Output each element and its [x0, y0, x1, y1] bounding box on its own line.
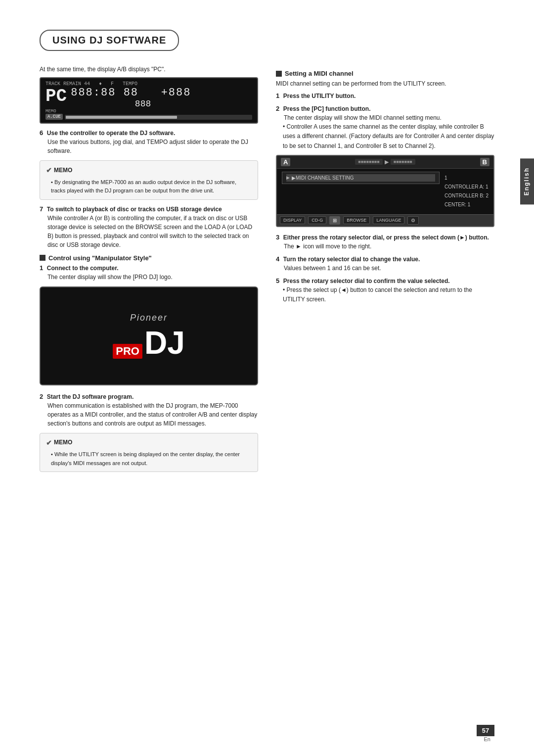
step-6-num: 6	[40, 129, 43, 137]
right-step-5-bold: Press the rotary selector dial to confir…	[283, 278, 450, 284]
section-midi: Setting a MIDI channel	[276, 70, 494, 77]
midi-tab-pc: ⊞	[329, 216, 340, 225]
midi-label-b: B	[480, 158, 490, 166]
time-labels: 44 ♦ F TEMPO	[84, 81, 137, 87]
midi-channel-item-setting: ▶ ▶MIDI CHANNEL SETTING	[286, 174, 435, 182]
step-6-bold: Use the controller to operate the DJ sof…	[47, 130, 175, 137]
midi-controller-a: CONTROLLER A: 1	[445, 183, 489, 191]
right-step-1-bold: Press the UTILITY button.	[283, 93, 356, 99]
step-1-connect-num: 1	[40, 264, 43, 272]
right-step-4-num: 4	[276, 255, 279, 263]
pioneer-display: Pioneer PRO DJ	[40, 286, 258, 385]
pioneer-logo: Pioneer	[130, 313, 168, 323]
right-step-5: 5 Press the rotary selector dial to conf…	[276, 277, 494, 304]
memo-box-2: ✔ MEMO While the UTILITY screen is being…	[40, 433, 258, 472]
memo-text: MEMO	[45, 109, 56, 114]
step-7-bold: To switch to playback of disc or tracks …	[47, 206, 222, 213]
acue-label: A.CUE	[45, 114, 63, 120]
midi-controller-b: CONTROLLER B: 2	[445, 191, 489, 200]
midi-display-top: A ■■■■■■■■ ▶ ■■■■■■■ B	[277, 156, 493, 169]
midi-tab-general: ⚙	[407, 216, 419, 225]
midi-play-icon: ▶	[286, 175, 290, 180]
section-control: Control using "Manipulator Style"	[40, 254, 258, 262]
bar-fill	[66, 116, 177, 119]
memo-title-1: ✔ MEMO	[46, 165, 252, 176]
track-row: TRACK REMAIN 44 ♦ F TEMPO	[45, 81, 252, 87]
left-column: At the same time, the display A/B displa…	[40, 65, 258, 477]
step-6-detail: Use the various buttons, jog dial, and T…	[47, 138, 258, 155]
memo-row: MEMO	[45, 109, 252, 114]
midi-tab-browse: BROWSE	[343, 216, 370, 224]
right-step-2-bold: Press the [PC] function button.	[283, 105, 371, 112]
midi-display-icons: ■■■■■■■■ ▶ ■■■■■■■	[355, 159, 415, 165]
right-step-3-detail: The ► icon will move to the right.	[284, 242, 494, 251]
step-2-start-detail: When communication is established with t…	[47, 401, 258, 428]
acue-row: A.CUE	[45, 114, 252, 120]
right-step-2-bullet: Controller A uses the same channel as th…	[283, 122, 494, 151]
right-step-1: 1 Press the UTILITY button.	[276, 92, 494, 100]
bar-row	[65, 115, 252, 120]
page-lang: En	[484, 736, 490, 742]
right-column: Setting a MIDI channel MIDI channel sett…	[276, 65, 494, 477]
section-heading: USING DJ SOFTWARE	[40, 30, 179, 51]
section-midi-icon	[276, 71, 282, 77]
midi-play-btn: ▶	[385, 159, 389, 165]
right-step-4-detail: Values between 1 and 16 can be set.	[284, 264, 494, 273]
right-step-5-num: 5	[276, 277, 279, 284]
midi-display-bottom: DISPLAY CD-G ⊞ BROWSE LANGUAGE ⚙	[277, 214, 493, 226]
page-container: USING DJ SOFTWARE At the same time, the …	[0, 0, 534, 756]
midi-channel-setting-label: ▶MIDI CHANNEL SETTING	[292, 175, 354, 181]
midi-intro: MIDI channel setting can be performed fr…	[276, 79, 494, 89]
intro-text: At the same time, the display A/B displa…	[40, 65, 258, 74]
step-2-start-num: 2	[40, 393, 43, 400]
midi-label-a: A	[281, 158, 290, 166]
step-1-connect-bold: Connect to the computer.	[47, 265, 119, 272]
page-number: 57	[477, 725, 494, 736]
step-1-connect-detail: The center display will show the [PRO DJ…	[47, 273, 258, 282]
step-2-start-bold: Start the DJ software program.	[47, 393, 134, 400]
midi-blur-text-2: ■■■■■■■	[391, 159, 415, 165]
prodj-pro-text: PRO	[113, 344, 142, 359]
midi-tab-pc-icon: ⊞	[333, 218, 337, 223]
section-midi-label: Setting a MIDI channel	[285, 70, 354, 77]
midi-value-num: 1	[445, 174, 489, 183]
right-step-2-detail: The center display will show the MIDI ch…	[284, 113, 494, 122]
midi-values: 1 CONTROLLER A: 1 CONTROLLER B: 2 CENTER…	[445, 172, 489, 211]
section-square-icon	[40, 255, 45, 261]
midi-blur-text-1: ■■■■■■■■	[355, 159, 383, 165]
step-2-start: 2 Start the DJ software program. When co…	[40, 392, 258, 428]
midi-tab-display: DISPLAY	[280, 216, 305, 224]
midi-channel-list: ▶ ▶MIDI CHANNEL SETTING	[282, 172, 440, 184]
memo-box-1: ✔ MEMO By designating the MEP-7000 as an…	[40, 160, 258, 200]
pc-display-text: PC	[45, 88, 67, 105]
right-step-4: 4 Turn the rotary selector dial to chang…	[276, 255, 494, 273]
memo-2-bullet: While the UTILITY screen is being displa…	[51, 450, 252, 468]
midi-center: CENTER: 1	[445, 200, 489, 209]
prodj-logo: PRO DJ	[113, 327, 185, 359]
right-step-4-bold: Turn the rotary selector dial to change …	[283, 256, 420, 263]
right-step-3-bold: Either press the rotary selector dial, o…	[283, 234, 489, 241]
prodj-dj-text: DJ	[144, 327, 185, 359]
right-step-3-num: 3	[276, 234, 279, 241]
right-step-3: 3 Either press the rotary selector dial,…	[276, 233, 494, 251]
memo-2-title-text: MEMO	[54, 438, 72, 447]
right-step-2-num: 2	[276, 105, 279, 112]
memo-1-title-text: MEMO	[54, 166, 72, 175]
time-display: 888:88 88 +888	[71, 87, 252, 99]
step-1-connect: 1 Connect to the computer. The center di…	[40, 264, 258, 282]
midi-tab-general-icon: ⚙	[411, 218, 415, 223]
midi-tab-language: LANGUAGE	[373, 216, 404, 224]
midi-display: A ■■■■■■■■ ▶ ■■■■■■■ B	[276, 155, 494, 227]
side-tab: English	[520, 158, 534, 204]
midi-tab-cdg: CD-G	[308, 216, 326, 224]
section-control-label: Control using "Manipulator Style"	[48, 254, 152, 262]
right-step-5-bullet: Press the select up (◄) button to cancel…	[283, 285, 494, 304]
right-step-1-num: 1	[276, 92, 279, 99]
right-step-2: 2 Press the [PC] function button. The ce…	[276, 104, 494, 151]
two-col-layout: At the same time, the display A/B displa…	[40, 65, 494, 477]
midi-channel-section: ▶ ▶MIDI CHANNEL SETTING	[282, 172, 440, 211]
midi-display-body: ▶ ▶MIDI CHANNEL SETTING 1 CONTROLLER A: …	[277, 169, 493, 214]
memo-check-icon-2: ✔	[46, 437, 52, 448]
memo-title-2: ✔ MEMO	[46, 437, 252, 448]
extra-display: 888	[71, 99, 252, 109]
